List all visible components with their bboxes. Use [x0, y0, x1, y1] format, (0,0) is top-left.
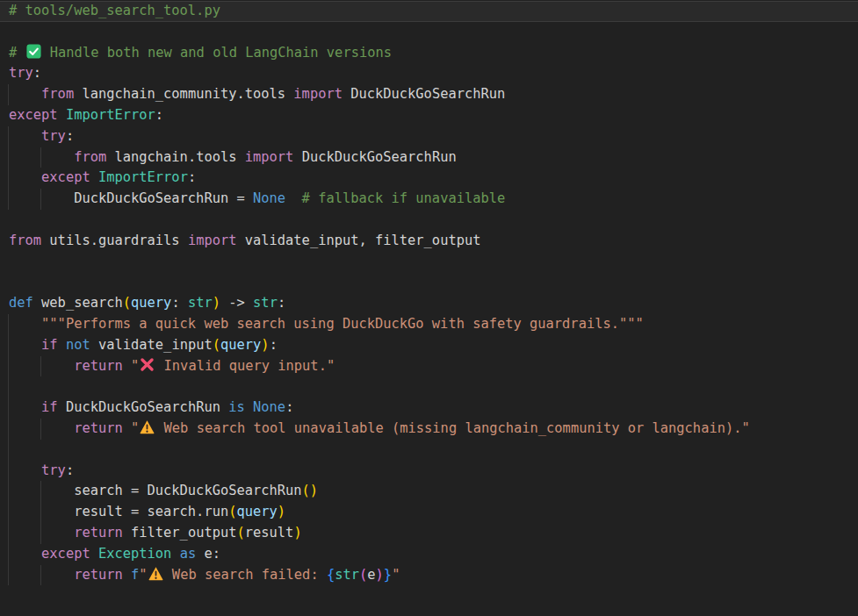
code-line[interactable]: # Handle both new and old LangChain vers… — [0, 43, 858, 64]
code-token: ) — [376, 567, 384, 583]
code-token: : — [66, 462, 74, 478]
code-token: " — [392, 567, 400, 583]
code-line[interactable]: DuckDuckGoSearchRun = None # fallback if… — [0, 189, 858, 210]
code-line[interactable]: except ImportError: — [0, 168, 858, 189]
warning-emoji-icon — [148, 566, 163, 581]
code-token: : — [278, 295, 285, 311]
code-token: } — [384, 567, 392, 583]
code-line[interactable]: return f" Web search failed: {str(e)}" — [0, 565, 858, 586]
code-token: Exception — [98, 546, 171, 562]
indent-guide — [40, 523, 41, 544]
code-token: filter_output — [123, 525, 237, 541]
indent-guide — [8, 461, 9, 482]
code-token: web_search — [33, 295, 123, 311]
code-token: langchain_community.tools — [74, 86, 293, 102]
code-line[interactable]: return " Invalid query input." — [0, 356, 858, 377]
code-token: import — [293, 86, 342, 102]
code-token: ( — [302, 483, 310, 498]
code-line[interactable]: if not validate_input(query): — [0, 335, 858, 356]
indent-guide — [8, 398, 9, 419]
code-token: return — [74, 567, 123, 583]
code-line[interactable] — [0, 22, 858, 43]
code-token: return — [74, 525, 123, 541]
code-token: # fallback if unavailable — [302, 190, 506, 206]
code-token — [90, 169, 98, 185]
code-token: not — [66, 337, 90, 353]
code-token: is — [228, 399, 245, 415]
code-token — [58, 107, 66, 123]
code-token: try — [41, 128, 66, 144]
code-token: except — [9, 107, 58, 123]
code-token: ) — [261, 337, 269, 353]
code-token — [9, 128, 41, 144]
code-token: : — [171, 295, 188, 311]
code-token: ImportError — [98, 169, 188, 185]
code-line-highlighted[interactable]: # tools/web_search_tool.py — [0, 1, 858, 22]
code-line[interactable]: def web_search(query: str) -> str: — [0, 293, 858, 314]
code-line[interactable]: if DuckDuckGoSearchRun is None: — [0, 398, 858, 419]
code-line[interactable]: """Performs a quick web search using Duc… — [0, 314, 858, 335]
code-line[interactable]: from langchain_community.tools import Du… — [0, 84, 858, 105]
code-line[interactable]: except ImportError: — [0, 105, 858, 126]
code-token — [123, 420, 131, 436]
code-token: str — [188, 295, 213, 311]
code-line[interactable] — [0, 210, 858, 231]
indent-guide — [8, 189, 9, 210]
code-token — [9, 337, 41, 353]
code-line[interactable] — [0, 440, 858, 461]
code-line[interactable] — [0, 252, 858, 273]
code-token: ( — [123, 295, 131, 311]
code-token: langchain.tools — [106, 149, 245, 165]
indent-guide — [8, 126, 9, 147]
code-token: str — [335, 567, 359, 583]
code-token: : — [33, 65, 41, 81]
code-token — [9, 462, 41, 478]
code-token — [123, 567, 131, 583]
code-token — [9, 316, 41, 332]
code-line[interactable]: search = DuckDuckGoSearchRun() — [0, 481, 858, 502]
code-token: : — [285, 399, 293, 415]
code-line[interactable] — [0, 272, 858, 293]
code-line[interactable]: return filter_output(result) — [0, 523, 858, 544]
code-token: ( — [236, 525, 244, 541]
code-line[interactable] — [0, 376, 858, 398]
code-token: ) — [293, 525, 301, 541]
code-token: -> — [220, 295, 253, 311]
code-token: as — [180, 546, 197, 562]
code-token: try — [41, 462, 66, 478]
indent-guide — [40, 481, 41, 502]
code-token: if — [41, 399, 58, 415]
code-token: " — [131, 420, 139, 436]
code-line[interactable]: try: — [0, 63, 858, 84]
indent-guide — [8, 314, 9, 335]
code-token: try — [9, 65, 33, 81]
code-line[interactable] — [0, 585, 858, 606]
code-token — [123, 358, 131, 374]
code-token: ) — [213, 295, 220, 311]
code-token: result = search.run — [9, 504, 228, 519]
code-token: None — [253, 190, 285, 206]
check-emoji-icon — [26, 44, 41, 59]
code-token: from — [41, 86, 74, 102]
code-line[interactable]: except Exception as e: — [0, 544, 858, 565]
code-line[interactable]: result = search.run(query) — [0, 502, 858, 523]
indent-guide — [8, 544, 9, 565]
code-token: ( — [359, 567, 367, 583]
indent-guide — [8, 419, 9, 440]
indent-guide — [8, 356, 9, 377]
code-token: DuckDuckGoSearchRun = — [9, 190, 253, 206]
code-token — [245, 399, 253, 415]
code-token — [58, 337, 66, 353]
code-token: from — [9, 233, 41, 248]
code-line[interactable]: try: — [0, 126, 858, 147]
code-token — [9, 86, 41, 102]
code-line[interactable]: from langchain.tools import DuckDuckGoSe… — [0, 147, 858, 168]
code-line[interactable] — [0, 606, 858, 616]
code-token — [9, 399, 41, 415]
code-line[interactable]: from utils.guardrails import validate_in… — [0, 231, 858, 252]
code-token — [9, 169, 41, 185]
code-token: Handle both new and old LangChain versio… — [42, 45, 392, 61]
code-line[interactable]: try: — [0, 461, 858, 482]
indent-guide — [8, 565, 9, 586]
code-line[interactable]: return " Web search tool unavailable (mi… — [0, 419, 858, 440]
